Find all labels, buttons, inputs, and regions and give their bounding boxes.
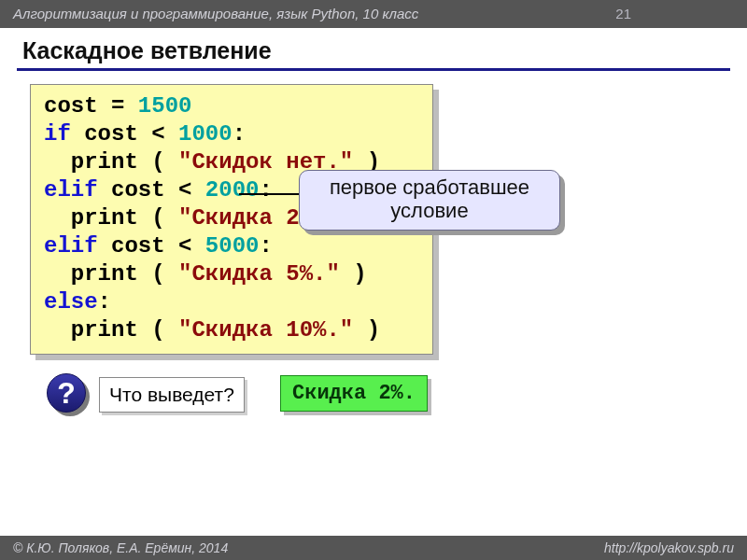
footer-url: http://kpolyakov.spb.ru <box>604 540 734 555</box>
answer-box: Скидка 2%. <box>280 375 428 412</box>
footer-copyright: © К.Ю. Поляков, Е.А. Ерёмин, 2014 <box>13 540 228 555</box>
header-bar: Алгоритмизация и программирование, язык … <box>0 0 747 28</box>
question-mark-icon: ? <box>47 373 90 416</box>
question-text: Что выведет? <box>99 377 245 413</box>
footer-bar: © К.Ю. Поляков, Е.А. Ерёмин, 2014 http:/… <box>0 536 747 560</box>
question-text-box: Что выведет? <box>99 377 245 413</box>
callout: первое сработавшее условие <box>299 170 560 231</box>
callout-line2: условие <box>315 200 544 223</box>
slide-title: Каскадное ветвление <box>0 28 747 68</box>
page-number: 21 <box>615 0 734 28</box>
course-title: Алгоритмизация и программирование, язык … <box>13 0 418 28</box>
title-underline <box>17 68 730 71</box>
callout-line1: первое сработавшее <box>315 176 544 200</box>
answer-text: Скидка 2%. <box>280 375 428 412</box>
question-row: ? Что выведет? <box>47 373 245 416</box>
